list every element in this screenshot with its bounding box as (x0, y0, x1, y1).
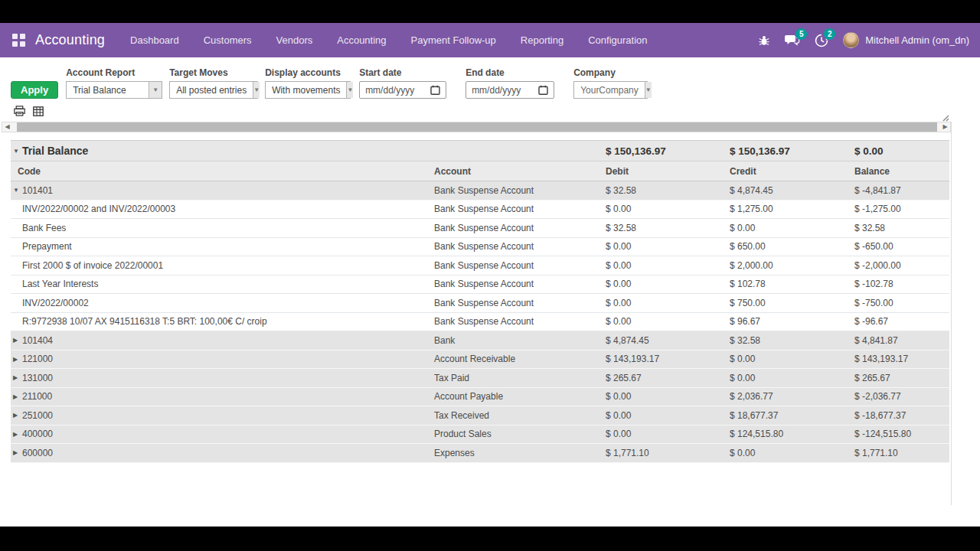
row-debit: $ 1,771.10 (605, 448, 729, 458)
row-label: INV/2022/00002 (22, 298, 89, 308)
row-label: 211000 (22, 391, 52, 402)
row-balance: $ -650.00 (854, 241, 949, 252)
target-moves-select[interactable]: All posted entries ▼ (169, 81, 258, 99)
row-balance: $ 143,193.17 (854, 354, 949, 364)
total-balance: $ 0.00 (854, 145, 949, 157)
row-debit: $ 265.67 (605, 373, 729, 383)
table-row[interactable]: ▶ 400000 Product Sales $ 0.00 $ 124,515.… (11, 425, 949, 445)
company-select[interactable]: YourCompany ▼ (573, 81, 648, 99)
app-name[interactable]: Accounting (35, 32, 105, 48)
resize-grip[interactable] (941, 111, 949, 125)
menu-reporting[interactable]: Reporting (519, 31, 565, 49)
table-row[interactable]: INV/2022/00002 and INV/2022/00003 Bank S… (11, 201, 949, 220)
row-credit: $ 124,515.80 (729, 429, 854, 439)
messages-icon[interactable]: 5 (785, 34, 800, 47)
row-label: 121000 (22, 354, 53, 364)
apps-menu-icon[interactable] (12, 34, 25, 47)
row-debit: $ 0.00 (605, 241, 729, 252)
row-debit: $ 0.00 (605, 410, 729, 421)
row-account: Bank Suspense Account (434, 241, 605, 252)
table-row[interactable]: Last Year Interests Bank Suspense Accoun… (11, 276, 949, 295)
col-credit: Credit (729, 166, 854, 177)
export-table-icon[interactable] (33, 106, 44, 116)
menu-customers[interactable]: Customers (202, 31, 253, 49)
menu-accounting[interactable]: Accounting (335, 31, 387, 49)
row-debit: $ 0.00 (605, 260, 729, 271)
row-balance: $ -102.78 (854, 279, 949, 289)
account-report-select[interactable]: Trial Balance ▼ (66, 81, 162, 99)
report-header-row: ▼ Trial Balance $ 150,136.97 $ 150,136.9… (11, 141, 949, 161)
display-accounts-select[interactable]: With movements ▼ (265, 81, 351, 99)
row-caret-icon[interactable]: ▶ (13, 337, 22, 344)
col-debit: Debit (605, 166, 729, 177)
row-account: Tax Paid (434, 373, 605, 383)
menu-dashboard[interactable]: Dashboard (129, 31, 181, 49)
start-date-label: Start date (359, 67, 459, 78)
table-row[interactable]: ▶ 121000 Account Receivable $ 143,193.17… (11, 350, 949, 370)
row-debit: $ 0.00 (605, 316, 729, 327)
row-account: Product Sales (434, 429, 605, 439)
activities-icon[interactable]: 2 (815, 34, 828, 47)
menu-configuration[interactable]: Configuration (586, 31, 648, 49)
scroll-left-icon[interactable]: ◀ (2, 122, 12, 132)
account-report-label: Account Report (66, 67, 162, 78)
row-label: Bank Fees (22, 223, 66, 233)
print-icon[interactable] (14, 106, 25, 116)
table-row[interactable]: ▶ 211000 Account Payable $ 0.00 $ 2,036.… (11, 388, 949, 407)
row-account: Bank (434, 335, 605, 346)
table-row[interactable]: R:9772938 10/07 AX 9415116318 T:5 BRT: 1… (11, 313, 949, 332)
row-account: Bank Suspense Account (434, 204, 605, 214)
row-credit: $ 18,677.37 (729, 410, 854, 421)
row-caret-icon[interactable]: ▶ (13, 374, 22, 381)
row-caret-icon[interactable]: ▶ (13, 449, 22, 456)
filter-bar: Apply Account Report Trial Balance ▼ Tar… (0, 57, 980, 99)
row-caret-icon[interactable]: ▶ (13, 431, 22, 438)
scrollbar-thumb[interactable] (17, 122, 937, 132)
row-balance: $ -750.00 (854, 298, 949, 308)
row-credit: $ 2,000.00 (729, 260, 854, 271)
table-row[interactable]: INV/2022/00002 Bank Suspense Account $ 0… (11, 294, 949, 313)
user-name: Mitchell Admin (om_dn) (865, 34, 969, 46)
calendar-icon (430, 85, 440, 95)
row-balance: $ -4,841.87 (854, 185, 949, 196)
debug-bug-icon[interactable] (758, 34, 770, 47)
row-label: 131000 (22, 373, 53, 383)
total-credit: $ 150,136.97 (729, 145, 854, 157)
row-debit: $ 0.00 (605, 279, 729, 289)
table-row[interactable]: ▶ 251000 Tax Received $ 0.00 $ 18,677.37… (11, 406, 949, 425)
table-row[interactable]: First 2000 $ of invoice 2022/00001 Bank … (11, 256, 949, 276)
row-debit: $ 0.00 (605, 204, 729, 214)
table-row[interactable]: Prepayment Bank Suspense Account $ 0.00 … (11, 238, 949, 257)
menu-payment-follow-up[interactable]: Payment Follow-up (410, 31, 498, 49)
display-accounts-label: Display accounts (265, 67, 351, 78)
row-label: Prepayment (22, 241, 72, 252)
page-content: Apply Account Report Trial Balance ▼ Tar… (0, 57, 980, 527)
row-balance: $ -124,515.80 (854, 429, 949, 439)
row-caret-icon[interactable]: ▶ (13, 393, 22, 400)
user-menu[interactable]: Mitchell Admin (om_dn) (843, 32, 969, 48)
menu-vendors[interactable]: Vendors (275, 31, 315, 49)
apply-button[interactable]: Apply (11, 81, 58, 99)
row-account: Expenses (434, 448, 605, 458)
top-navbar: Accounting Dashboard Customers Vendors A… (0, 23, 980, 57)
start-date-input[interactable]: mm/dd/yyyy (359, 81, 446, 99)
table-row[interactable]: ▶ 101404 Bank $ 4,874.45 $ 32.58 $ 4,841… (11, 331, 949, 350)
row-caret-icon[interactable]: ▶ (13, 356, 22, 363)
row-caret-icon[interactable]: ▶ (13, 412, 22, 419)
horizontal-scrollbar[interactable]: ◀ ▶ (2, 122, 951, 132)
row-balance: $ -18,677.37 (854, 410, 949, 421)
col-account: Account (434, 166, 605, 177)
table-row[interactable]: ▶ 600000 Expenses $ 1,771.10 $ 0.00 $ 1,… (11, 444, 949, 463)
collapse-report-icon[interactable]: ▼ (13, 148, 22, 155)
row-account: Bank Suspense Account (434, 279, 605, 289)
row-debit: $ 0.00 (605, 391, 729, 402)
row-caret-icon[interactable]: ▼ (13, 187, 22, 194)
row-balance: $ -1,275.00 (854, 204, 949, 214)
table-row[interactable]: Bank Fees Bank Suspense Account $ 32.58 … (11, 219, 949, 238)
table-row[interactable]: ▶ 131000 Tax Paid $ 265.67 $ 0.00 $ 265.… (11, 369, 949, 388)
report-title: Trial Balance (22, 145, 88, 157)
end-date-input[interactable]: mm/dd/yyyy (466, 81, 554, 99)
company-label: Company (573, 67, 648, 78)
chevron-down-icon: ▼ (253, 82, 260, 98)
table-row[interactable]: ▼ 101401 Bank Suspense Account $ 32.58 $… (11, 181, 949, 201)
